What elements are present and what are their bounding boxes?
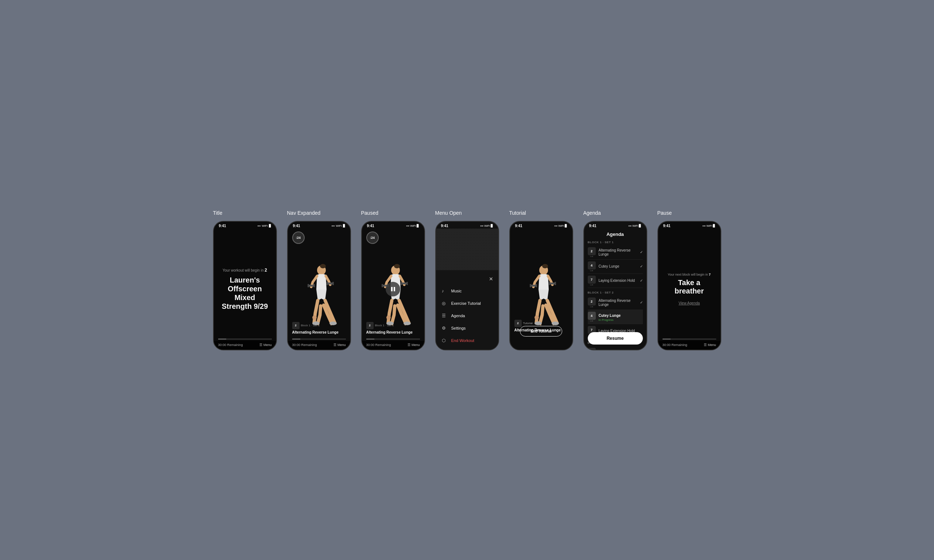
pause-icon — [390, 286, 396, 292]
timer-circle-paused: :24 — [366, 232, 379, 244]
paused-screen: :24 — [362, 229, 424, 350]
status-icons-nav: ▪▪▪ WiFi ▉ — [331, 224, 345, 228]
phone-label-tutorial: Tutorial — [509, 210, 526, 216]
phone-label-paused: Paused — [361, 210, 378, 216]
check-icon-b1-1: ✓ — [640, 250, 643, 254]
svg-rect-6 — [327, 282, 328, 285]
status-icons-paused: ▪▪▪ WiFi ▉ — [407, 224, 419, 228]
phone-label-title: Title — [213, 210, 223, 216]
menu-item-agenda[interactable]: ☰ Agenda — [436, 309, 498, 322]
phone-label-agenda: Agenda — [583, 210, 601, 216]
agenda-item-b1-2: 4 Lot Cutey Lunge ✓ — [588, 260, 643, 274]
signal-icon: ▪▪▪ — [257, 224, 261, 228]
settings-icon: ⚙ — [442, 326, 448, 331]
phone-group-title: Title 9:41 ▪▪▪ WiFi ▉ Your workout will … — [213, 210, 277, 350]
svg-point-1 — [320, 264, 326, 268]
status-bar-pause: 9:41 ▪▪▪ WiFi ▉ — [658, 222, 721, 229]
status-time-tutorial: 9:41 — [515, 224, 522, 228]
phone-label-pause: Pause — [657, 210, 672, 216]
svg-rect-24 — [530, 285, 536, 286]
svg-rect-14 — [382, 284, 383, 287]
svg-rect-27 — [549, 283, 555, 285]
status-icons-title: ▪▪▪ WiFi ▉ — [257, 224, 271, 228]
menu-btn-nav[interactable]: ☰ Menu — [333, 343, 346, 347]
menu-btn-pause[interactable]: ☰ Menu — [704, 343, 716, 347]
agenda-item-b2-1: 2 Lot Alternating Reverse Lunge ✓ — [588, 296, 643, 310]
phone-nav: 9:41 ▪▪▪ WiFi ▉ :24 — [287, 221, 351, 350]
status-time-title: 9:41 — [219, 224, 226, 228]
signal-icon: ▪▪▪ — [331, 224, 335, 228]
phone-pause: 9:41 ▪▪▪ WiFi ▉ Your next block will beg… — [657, 221, 721, 350]
workout-title: Lauren's Offscreen Mixed Strength 9/29 — [221, 275, 269, 311]
menu-btn-title[interactable]: ☰ Menu — [259, 343, 272, 347]
phone-group-paused: Paused 9:41 ▪▪▪ WiFi ▉ :24 — [361, 210, 425, 350]
status-time-paused: 9:41 — [367, 224, 375, 228]
svg-point-23 — [542, 264, 548, 268]
svg-rect-25 — [530, 284, 531, 287]
agenda-screen[interactable]: Agenda Block 1 · Set 1 2 Lot Alternating… — [584, 229, 646, 350]
bottom-bar-title: 30:00 Remaining ☰ Menu — [214, 341, 276, 350]
pause-overlay[interactable] — [385, 282, 400, 296]
block-label-nav: Block 1 · Set 1 — [301, 324, 320, 327]
close-btn-row: ✕ — [436, 276, 498, 285]
progress-bar-nav — [292, 339, 346, 339]
view-agenda-btn[interactable]: View Agenda — [679, 301, 700, 305]
phone-group-tutorial: Tutorial 9:41 ▪▪▪ WiFi ▉ — [509, 210, 573, 350]
exercise-info-nav: 2 Block 1 · Set 1 Alternating Reverse Lu… — [292, 322, 339, 334]
phone-label-menu: Menu Open — [435, 210, 462, 216]
title-screen-content: Your workout will begin in 2 Lauren's Of… — [214, 229, 276, 350]
next-block-text: Your next block will begin in 7 — [668, 273, 711, 276]
status-bar-agenda: 9:41 ▪▪▪ WiFi ▉ — [584, 222, 646, 229]
nav-screen-content: :24 — [288, 229, 350, 350]
page-container: Title 9:41 ▪▪▪ WiFi ▉ Your workout will … — [212, 210, 722, 350]
svg-rect-4 — [313, 284, 315, 287]
agenda-item-b1-3: 7 Lot Laying Extension Hold ✓ — [588, 274, 643, 288]
status-bar-nav: 9:41 ▪▪▪ WiFi ▉ — [288, 222, 350, 229]
status-bar-tutorial: 9:41 ▪▪▪ WiFi ▉ — [510, 222, 572, 229]
exercise-info-paused: 2 Block 1 · Set 1 Alternating Reverse Lu… — [366, 322, 413, 334]
bottom-bar-nav: 30:00 Remaining ☰ Menu — [288, 341, 350, 350]
svg-rect-26 — [536, 284, 537, 287]
menu-item-tutorial[interactable]: ◎ Exercise Tutorial — [436, 297, 498, 309]
breather-title: Take a breather — [666, 278, 713, 295]
phone-group-nav: Nav Expanded 9:41 ▪▪▪ WiFi ▉ :24 — [287, 210, 351, 350]
svg-rect-2 — [308, 285, 314, 286]
menu-item-music[interactable]: ♪ Music — [436, 285, 498, 297]
exercise-name-nav: Alternating Reverse Lunge — [292, 330, 339, 334]
tutorial-btn-area: End Tutorial — [510, 326, 572, 337]
progress-fill-title — [218, 339, 226, 339]
status-time-menu: 9:41 — [441, 224, 449, 228]
agenda-block-1: Block 1 · Set 1 — [588, 241, 643, 244]
menu-item-settings[interactable]: ⚙ Settings — [436, 322, 498, 334]
status-time-pause: 9:41 — [663, 224, 670, 228]
menu-item-end-workout[interactable]: ⬡ End Workout — [436, 334, 498, 347]
phone-menu: 9:41 ▪▪▪ WiFi ▉ ✕ ♪ Music — [435, 221, 499, 350]
countdown-num: 2 — [265, 268, 267, 273]
svg-rect-29 — [555, 282, 556, 285]
exercise-name-paused: Alternating Reverse Lunge — [366, 330, 413, 334]
phone-tutorial: 9:41 ▪▪▪ WiFi ▉ — [509, 221, 573, 350]
bottom-bar-pause: 30:00 Remaining ☰ Menu — [658, 341, 721, 350]
svg-rect-18 — [407, 282, 408, 285]
end-tutorial-btn[interactable]: End Tutorial — [520, 326, 562, 337]
agenda-item-b3-1: 2 Lot Alternating Reverse Lunge — [588, 346, 643, 350]
phone-group-agenda: Agenda 9:41 ▪▪▪ WiFi ▉ Agenda Block 1 · … — [583, 210, 647, 350]
end-workout-icon: ⬡ — [442, 338, 448, 343]
progress-bar-title — [218, 339, 272, 339]
phone-title: 9:41 ▪▪▪ WiFi ▉ Your workout will begin … — [213, 221, 277, 350]
item-name-b1-1: Alternating Reverse Lunge — [599, 248, 637, 256]
menu-btn-paused[interactable]: ☰ Menu — [407, 343, 420, 347]
remaining-nav: 30:00 Remaining — [292, 343, 317, 347]
agenda-icon: ☰ — [442, 313, 448, 318]
resume-btn[interactable]: Resume — [588, 332, 643, 345]
svg-point-21 — [386, 315, 391, 320]
countdown-text: Your workout will begin in 2 — [223, 268, 267, 273]
svg-rect-17 — [401, 282, 402, 285]
close-btn[interactable]: ✕ — [489, 276, 493, 282]
svg-rect-16 — [401, 283, 407, 285]
timer-text-nav: :24 — [296, 236, 301, 240]
phone-paused: 9:41 ▪▪▪ WiFi ▉ :24 — [361, 221, 425, 350]
status-bar-paused: 9:41 ▪▪▪ WiFi ▉ — [362, 222, 424, 229]
timer-circle-nav: :24 — [292, 232, 305, 244]
pause-screen: Your next block will begin in 7 Take a b… — [658, 229, 721, 350]
